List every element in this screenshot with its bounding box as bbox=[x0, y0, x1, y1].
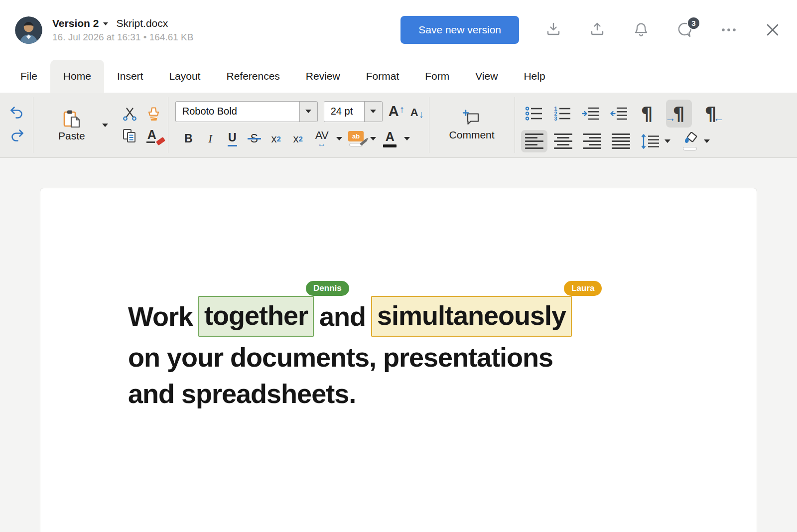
font-size-select[interactable]: 24 pt bbox=[324, 101, 383, 122]
arrow-left-right-icon: ↔ bbox=[317, 139, 326, 148]
menu-form[interactable]: Form bbox=[412, 60, 462, 93]
copy-icon bbox=[122, 129, 138, 143]
close-button[interactable] bbox=[764, 21, 781, 38]
font-size-dropdown[interactable] bbox=[364, 102, 382, 122]
format-painter-icon bbox=[146, 107, 162, 122]
header-icons: 3 bbox=[545, 21, 781, 38]
paste-button[interactable]: Paste bbox=[58, 109, 85, 142]
pilcrow-icon: ¶ bbox=[641, 104, 653, 123]
document-page[interactable]: Work together Dennis and simultaneously … bbox=[40, 188, 757, 532]
clear-formatting-icon: A bbox=[146, 129, 163, 143]
character-spacing-dropdown[interactable] bbox=[336, 137, 342, 140]
painter-clear-group: A bbox=[146, 107, 163, 143]
comments-button[interactable]: 3 bbox=[676, 21, 693, 38]
paint-bucket-icon bbox=[681, 132, 699, 146]
paragraph-rtl-button[interactable]: ¶ ← bbox=[702, 102, 719, 125]
highlighted-text-dennis[interactable]: together Dennis bbox=[198, 296, 314, 337]
ellipsis-icon bbox=[721, 28, 736, 32]
menu-references[interactable]: References bbox=[213, 60, 292, 93]
bullet-list-icon bbox=[525, 105, 543, 122]
download-icon bbox=[545, 21, 562, 38]
increase-indent-button[interactable] bbox=[582, 105, 600, 122]
avatar[interactable] bbox=[15, 16, 42, 44]
bell-icon bbox=[633, 21, 650, 38]
menu-file[interactable]: File bbox=[7, 60, 50, 93]
line-spacing-button[interactable] bbox=[641, 133, 670, 150]
decrease-indent-button[interactable] bbox=[610, 105, 628, 122]
subscript-button[interactable]: x2 bbox=[267, 130, 285, 148]
document-area: Work together Dennis and simultaneously … bbox=[0, 158, 797, 532]
menu-layout[interactable]: Layout bbox=[156, 60, 213, 93]
cut-button[interactable] bbox=[122, 107, 137, 122]
font-color-dropdown[interactable] bbox=[404, 137, 410, 140]
highlight-color-button[interactable]: ab bbox=[346, 131, 367, 146]
numbered-list-button[interactable]: 1 2 3 bbox=[553, 105, 571, 122]
paragraph-ltr-button[interactable]: ¶ → bbox=[666, 100, 692, 128]
caret-down-icon bbox=[305, 110, 311, 113]
menu-insert[interactable]: Insert bbox=[104, 60, 156, 93]
italic-button[interactable]: I bbox=[201, 130, 220, 148]
undo-button[interactable] bbox=[9, 106, 25, 121]
underline-button[interactable]: U bbox=[223, 130, 242, 148]
save-new-version-button[interactable]: Save new version bbox=[400, 16, 519, 44]
justify-icon bbox=[612, 133, 630, 149]
menu-review[interactable]: Review bbox=[293, 60, 353, 93]
paragraph-shading-button[interactable] bbox=[681, 132, 710, 150]
decrease-font-size-button[interactable]: A ↓ bbox=[410, 104, 424, 119]
align-left-button[interactable] bbox=[521, 130, 547, 153]
justify-button[interactable] bbox=[612, 133, 630, 149]
highlight-color-dropdown[interactable] bbox=[370, 137, 376, 140]
arrow-up-icon: ↑ bbox=[399, 104, 404, 114]
caret-down-icon bbox=[370, 137, 376, 140]
menu-help[interactable]: Help bbox=[511, 60, 558, 93]
clear-formatting-button[interactable]: A bbox=[146, 129, 163, 143]
scissors-icon bbox=[122, 107, 137, 122]
font-name-select[interactable]: Roboto Bold bbox=[175, 101, 318, 122]
align-right-icon bbox=[583, 133, 601, 149]
font-size-value: 24 pt bbox=[324, 102, 364, 122]
insert-comment-button[interactable]: Comment bbox=[449, 110, 495, 141]
toolbar-divider bbox=[515, 97, 515, 153]
line-spacing-icon bbox=[641, 133, 660, 150]
numbered-list-icon: 1 2 3 bbox=[553, 105, 571, 122]
caret-down-icon bbox=[102, 124, 108, 127]
decrease-indent-icon bbox=[610, 105, 628, 122]
menu-view[interactable]: View bbox=[462, 60, 511, 93]
menu-format[interactable]: Format bbox=[353, 60, 412, 93]
shading-current-color bbox=[683, 147, 697, 150]
font-color-button[interactable]: A bbox=[380, 131, 400, 147]
version-label[interactable]: Version 2 bbox=[52, 17, 99, 29]
character-spacing-button[interactable]: AV ↔ bbox=[311, 130, 333, 148]
paste-dropdown[interactable] bbox=[102, 124, 108, 127]
arrow-right-icon: → bbox=[665, 112, 676, 124]
redo-button[interactable] bbox=[9, 129, 25, 144]
strikethrough-button[interactable]: S bbox=[245, 130, 264, 148]
align-left-icon bbox=[525, 133, 543, 149]
align-center-button[interactable] bbox=[554, 133, 572, 149]
more-options-button[interactable] bbox=[720, 21, 737, 38]
highlight-icon: ab bbox=[348, 131, 364, 141]
font-name-dropdown[interactable] bbox=[299, 102, 317, 122]
nonprinting-chars-button[interactable]: ¶ bbox=[639, 102, 656, 125]
download-button[interactable] bbox=[545, 21, 562, 38]
heading-line-3: and spreadsheets. bbox=[128, 376, 737, 412]
copy-button[interactable] bbox=[122, 129, 138, 143]
file-name: Skript.docx bbox=[116, 17, 168, 29]
align-center-icon bbox=[554, 133, 572, 149]
menu-home[interactable]: Home bbox=[50, 60, 104, 93]
upload-button[interactable] bbox=[589, 21, 606, 38]
caret-down-icon bbox=[370, 110, 376, 113]
bold-button[interactable]: B bbox=[179, 130, 198, 148]
font-color-current bbox=[383, 144, 397, 147]
superscript-button[interactable]: x2 bbox=[289, 130, 307, 148]
document-heading: Work together Dennis and simultaneously … bbox=[128, 296, 737, 412]
collaborator-label-dennis: Dennis bbox=[306, 281, 349, 296]
highlighted-text-laura[interactable]: simultaneously Laura bbox=[371, 296, 572, 337]
increase-font-size-button[interactable]: A ↑ bbox=[389, 104, 404, 119]
align-right-button[interactable] bbox=[583, 133, 601, 149]
notifications-button[interactable] bbox=[633, 21, 650, 38]
bullet-list-button[interactable] bbox=[525, 105, 543, 122]
toolbar-divider bbox=[168, 97, 168, 153]
version-caret-icon[interactable] bbox=[103, 22, 108, 25]
format-painter-button[interactable] bbox=[146, 107, 162, 122]
